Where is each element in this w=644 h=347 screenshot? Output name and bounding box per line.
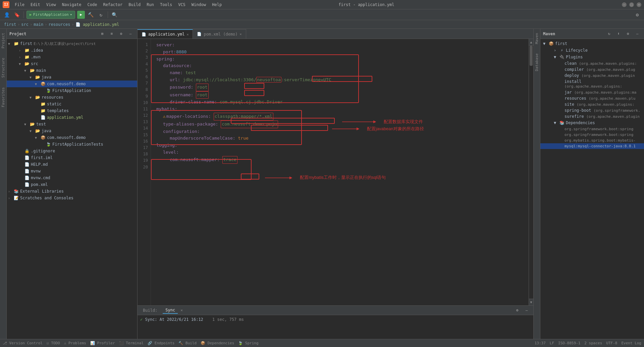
side-tab-database[interactable]: Database (534, 52, 540, 72)
minimize-button[interactable]: — (622, 2, 627, 7)
tree-item-test[interactable]: ▼ 📂 test (7, 121, 137, 128)
maven-dep-3[interactable]: org.mybatis.spring.boot:mybatis- (540, 138, 644, 143)
tree-item-static[interactable]: 📁 static (7, 101, 137, 107)
editor-area[interactable]: 1 2 3 4 5 6 7 8 9 10 11 12 13 14 15 16 1 (138, 39, 533, 305)
maven-first[interactable]: ▼ 📦 first (540, 40, 644, 47)
maven-plugin-compiler[interactable]: compiler (org.apache.maven.plug (540, 66, 644, 72)
menu-build[interactable]: Build (126, 2, 143, 8)
breadcrumb-resources[interactable]: resources (48, 22, 70, 27)
side-tab-maven[interactable]: Maven (534, 32, 540, 45)
breadcrumb-first[interactable]: first (4, 22, 16, 27)
status-encoding[interactable]: ISO-8859-1 (558, 341, 580, 345)
menu-tools[interactable]: Tools (157, 2, 175, 8)
breadcrumb-file[interactable]: 📄 application.yml (75, 22, 119, 27)
tab-close-button[interactable]: ✕ (240, 32, 242, 36)
status-todo[interactable]: ☑ TODO (47, 341, 60, 345)
sidebar-tool-expand[interactable]: ⊞ (98, 30, 106, 38)
tab-application-yml[interactable]: 📄 application.yml ✕ (138, 29, 193, 39)
side-tab-favorites[interactable]: Favorites (0, 86, 6, 109)
tree-item-pomxml[interactable]: 📄 pom.xml (7, 181, 137, 188)
maven-download[interactable]: ⬇ (614, 30, 623, 38)
status-spring[interactable]: 🍃 Spring (238, 341, 258, 345)
maven-close[interactable]: — (633, 30, 641, 38)
menu-run[interactable]: Run (144, 2, 157, 8)
tree-item-resources[interactable]: ▼ 📂 resources (7, 94, 137, 101)
scroll-up[interactable]: ▲ (529, 39, 533, 46)
tree-item-mvn[interactable]: › 📁 .mvn (7, 54, 137, 60)
status-indent[interactable]: 2 spaces (584, 341, 602, 345)
tree-item-src[interactable]: ▼ 📂 src (7, 60, 137, 67)
maven-lifecycle[interactable]: › ⚡ Lifecycle (540, 47, 644, 54)
maven-dependencies[interactable]: ▼ 📚 Dependencies (540, 119, 644, 126)
bottom-tab-build[interactable]: Build: (140, 307, 160, 313)
tree-item-firstapptests[interactable]: 🍃 FirstApplicationTests (7, 141, 137, 148)
status-event-log[interactable]: Event Log (621, 341, 641, 345)
tree-item-mvnw[interactable]: 📄 mvnw (7, 168, 137, 175)
status-dependencies[interactable]: 📦 Dependencies (201, 341, 234, 345)
tree-item-test-package[interactable]: ▼ 📦 com.neusoft.demo (7, 134, 137, 141)
maven-plugin-site[interactable]: site (org.apache.maven.plugins: (540, 101, 644, 107)
maven-plugin-surefire[interactable]: surefire (org.apache.maven.plugin (540, 113, 644, 119)
maven-dep-4[interactable]: mysql:mysql-connector-java:8.0.1 (540, 143, 644, 149)
tree-item-first[interactable]: ▼ 📁 first E:\卜凡\软工课设\project\first (7, 40, 137, 47)
tree-item-scratches[interactable]: › 📝 Scratches and Consoles (7, 195, 137, 201)
side-tab-project[interactable]: Project (0, 32, 6, 50)
toolbar-forward-button[interactable]: 🔖 (13, 11, 21, 19)
tree-item-firstapp[interactable]: 🍃 FirstApplication (7, 87, 137, 94)
editor-code[interactable]: server: port:8080 spring: datasource: na… (151, 39, 529, 305)
status-build[interactable]: 🔨 Build (178, 341, 197, 345)
sidebar-tool-collapse[interactable]: ≡ (108, 30, 116, 38)
side-tab-structure[interactable]: Structure (0, 56, 6, 79)
menu-code[interactable]: Code (85, 2, 100, 8)
toolbar-back-button[interactable]: 👤 (3, 11, 11, 19)
tree-item-package[interactable]: ▼ 📦 com.neusoft.demo (7, 81, 137, 87)
menu-file[interactable]: File (12, 2, 27, 8)
maven-plugin-deploy[interactable]: deploy (org.apache.maven.plugin (540, 72, 644, 79)
tab-pom-xml[interactable]: 📄 pom.xml (demo) ✕ (193, 29, 246, 39)
menu-edit[interactable]: Edit (28, 2, 43, 8)
status-endpoints[interactable]: 🔗 Endpoints (148, 341, 174, 345)
bottom-tab-sync[interactable]: Sync (163, 307, 178, 314)
maven-plugin-springboot[interactable]: spring-boot (org.springframework. (540, 107, 644, 113)
status-lf[interactable]: LF (550, 341, 554, 345)
bottom-settings[interactable]: ⚙ (513, 306, 521, 314)
bottom-tab-close[interactable]: ✕ (180, 308, 183, 312)
bottom-close[interactable]: — (523, 306, 531, 314)
app-selector[interactable]: ▶ FirstApplication ▾ (26, 11, 75, 19)
maven-settings[interactable]: ⚙ (624, 30, 632, 38)
maven-plugins[interactable]: ▼ 🔌 Plugins (540, 54, 644, 60)
tree-item-mvnwcmd[interactable]: 📄 mvnw.cmd (7, 175, 137, 181)
maximize-button[interactable]: □ (629, 2, 634, 7)
scroll-track[interactable] (529, 46, 533, 299)
settings-button[interactable]: ⚙ (633, 11, 641, 19)
status-profiler[interactable]: 📊 Profiler (90, 341, 115, 345)
tree-item-idea[interactable]: › 📁 .idea (7, 47, 137, 54)
breadcrumb-src[interactable]: src (21, 22, 29, 27)
tree-item-appyml[interactable]: 📄 application.yml (7, 114, 137, 121)
maven-refresh[interactable]: ↻ (605, 30, 613, 38)
maven-dep-1[interactable]: org.springframework.boot:spring (540, 126, 644, 132)
scroll-down[interactable]: ▼ (529, 299, 533, 305)
maven-plugin-clean[interactable]: clean (org.apache.maven.plugins: (540, 60, 644, 66)
tree-item-main[interactable]: ▼ 📂 main (7, 67, 137, 74)
maven-dep-2[interactable]: org.springframework.boot:spring (540, 132, 644, 138)
sync-button[interactable]: ↻ (97, 11, 105, 19)
menu-navigate[interactable]: Navigate (59, 2, 84, 8)
tree-item-helpmd[interactable]: 📄 HELP.md (7, 161, 137, 168)
tree-item-java[interactable]: ▼ 📂 java (7, 74, 137, 81)
search-button[interactable]: 🔍 (111, 11, 119, 19)
status-problems[interactable]: ⚠ Problems (64, 341, 86, 345)
breadcrumb-main[interactable]: main (34, 22, 43, 27)
menu-help[interactable]: Help (209, 2, 224, 8)
sidebar-close[interactable]: — (126, 30, 135, 38)
tab-close-button[interactable]: ✕ (186, 33, 189, 36)
close-button[interactable]: ✕ (637, 2, 641, 7)
sidebar-tool-settings[interactable]: ⚙ (117, 30, 125, 38)
menu-window[interactable]: Window (189, 2, 209, 8)
tree-item-templates[interactable]: 📁 templates (7, 107, 137, 114)
status-terminal[interactable]: ⬛ Terminal (119, 341, 144, 345)
maven-plugin-jar[interactable]: jar (org.apache.maven.plugins:ma (540, 89, 644, 95)
menu-vcs[interactable]: VCS (175, 2, 188, 8)
menu-refactor[interactable]: Refactor (100, 2, 125, 8)
tree-item-test-java[interactable]: ▼ 📂 java (7, 128, 137, 134)
